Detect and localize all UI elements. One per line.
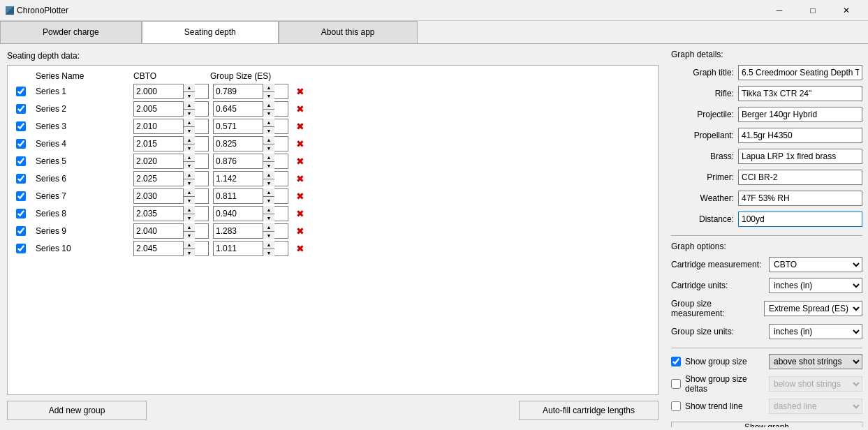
cbto-up-1[interactable]: ▲ bbox=[184, 101, 195, 109]
row-check-input-8[interactable] bbox=[16, 226, 26, 236]
group-input-3[interactable] bbox=[214, 137, 263, 151]
group-up-4[interactable]: ▲ bbox=[263, 154, 274, 161]
group-down-6[interactable]: ▼ bbox=[263, 196, 274, 204]
weather-input[interactable] bbox=[738, 191, 862, 206]
cbto-up-6[interactable]: ▲ bbox=[184, 188, 195, 196]
cartridge-units-select[interactable]: inches (in) bbox=[769, 278, 862, 293]
cbto-down-5[interactable]: ▼ bbox=[184, 179, 195, 186]
cbto-input-7[interactable] bbox=[134, 207, 183, 221]
cbto-down-9[interactable]: ▼ bbox=[184, 249, 195, 256]
cbto-input-0[interactable] bbox=[134, 84, 183, 98]
cbto-up-7[interactable]: ▲ bbox=[184, 206, 195, 214]
cbto-input-5[interactable] bbox=[134, 172, 183, 186]
delete-row-button-9[interactable]: ✖ bbox=[293, 241, 308, 256]
group-input-5[interactable] bbox=[214, 172, 263, 186]
tab-seating[interactable]: Seating depth bbox=[142, 21, 279, 43]
cbto-up-3[interactable]: ▲ bbox=[184, 136, 195, 144]
row-check-input-7[interactable] bbox=[16, 209, 26, 218]
row-check-input-2[interactable] bbox=[16, 121, 26, 131]
group-down-7[interactable]: ▼ bbox=[263, 214, 274, 221]
group-up-3[interactable]: ▲ bbox=[263, 136, 274, 144]
cbto-input-8[interactable] bbox=[134, 224, 183, 238]
row-check-input-3[interactable] bbox=[16, 139, 26, 149]
row-check-input-5[interactable] bbox=[16, 174, 26, 184]
group-meas-select[interactable]: Extreme Spread (ES) bbox=[764, 301, 862, 316]
minimize-button[interactable]: ─ bbox=[763, 0, 795, 21]
show-group-size-checkbox[interactable] bbox=[671, 357, 681, 366]
cbto-up-8[interactable]: ▲ bbox=[184, 223, 195, 231]
cbto-up-4[interactable]: ▲ bbox=[184, 154, 195, 161]
group-input-1[interactable] bbox=[214, 102, 263, 116]
cbto-input-9[interactable] bbox=[134, 242, 183, 255]
row-check-input-6[interactable] bbox=[16, 191, 26, 201]
group-up-1[interactable]: ▲ bbox=[263, 101, 274, 109]
propellant-input[interactable] bbox=[738, 128, 862, 143]
show-trend-select[interactable]: dashed line solid line bbox=[769, 399, 862, 414]
show-group-deltas-checkbox[interactable] bbox=[671, 379, 681, 389]
show-group-deltas-select[interactable]: below shot strings above shot strings bbox=[769, 376, 862, 392]
cbto-down-8[interactable]: ▼ bbox=[184, 231, 195, 239]
show-graph-button[interactable]: Show graph bbox=[671, 422, 862, 427]
group-units-select[interactable]: inches (in) bbox=[769, 324, 862, 339]
group-up-8[interactable]: ▲ bbox=[263, 223, 274, 231]
group-down-0[interactable]: ▼ bbox=[263, 91, 274, 99]
graph-title-input[interactable] bbox=[738, 65, 862, 80]
delete-row-button-1[interactable]: ✖ bbox=[293, 101, 308, 117]
show-trend-checkbox[interactable] bbox=[671, 401, 681, 411]
group-input-0[interactable] bbox=[214, 84, 263, 98]
cbto-input-6[interactable] bbox=[134, 189, 183, 203]
cbto-up-9[interactable]: ▲ bbox=[184, 241, 195, 249]
group-up-7[interactable]: ▲ bbox=[263, 206, 274, 214]
cbto-down-7[interactable]: ▼ bbox=[184, 214, 195, 221]
cbto-input-1[interactable] bbox=[134, 102, 183, 116]
cbto-up-2[interactable]: ▲ bbox=[184, 119, 195, 126]
row-check-input-1[interactable] bbox=[16, 104, 26, 114]
group-up-5[interactable]: ▲ bbox=[263, 171, 274, 179]
row-check-input-9[interactable] bbox=[16, 244, 26, 253]
delete-row-button-7[interactable]: ✖ bbox=[293, 206, 308, 221]
maximize-button[interactable]: □ bbox=[797, 0, 829, 21]
delete-row-button-4[interactable]: ✖ bbox=[293, 154, 308, 169]
projectile-input[interactable] bbox=[738, 107, 862, 122]
cbto-up-0[interactable]: ▲ bbox=[184, 84, 195, 91]
group-down-5[interactable]: ▼ bbox=[263, 179, 274, 186]
group-down-1[interactable]: ▼ bbox=[263, 109, 274, 117]
cbto-up-5[interactable]: ▲ bbox=[184, 171, 195, 179]
cbto-down-1[interactable]: ▼ bbox=[184, 109, 195, 117]
close-button[interactable]: ✕ bbox=[830, 0, 862, 21]
tab-about[interactable]: About this app bbox=[279, 21, 418, 43]
group-input-4[interactable] bbox=[214, 154, 263, 168]
cbto-down-3[interactable]: ▼ bbox=[184, 144, 195, 151]
group-down-3[interactable]: ▼ bbox=[263, 144, 274, 151]
row-check-input-4[interactable] bbox=[16, 156, 26, 166]
group-up-0[interactable]: ▲ bbox=[263, 84, 274, 91]
distance-input[interactable] bbox=[738, 212, 862, 227]
cbto-input-2[interactable] bbox=[134, 119, 183, 133]
add-group-button[interactable]: Add new group bbox=[7, 401, 147, 420]
delete-row-button-8[interactable]: ✖ bbox=[293, 223, 308, 239]
delete-row-button-6[interactable]: ✖ bbox=[293, 188, 308, 204]
group-up-6[interactable]: ▲ bbox=[263, 188, 274, 196]
group-down-2[interactable]: ▼ bbox=[263, 126, 274, 134]
cbto-down-6[interactable]: ▼ bbox=[184, 196, 195, 204]
cartridge-meas-select[interactable]: CBTO bbox=[769, 257, 862, 272]
delete-row-button-0[interactable]: ✖ bbox=[293, 84, 308, 99]
group-down-4[interactable]: ▼ bbox=[263, 161, 274, 169]
group-input-6[interactable] bbox=[214, 189, 263, 203]
primer-input[interactable] bbox=[738, 170, 862, 185]
group-up-9[interactable]: ▲ bbox=[263, 241, 274, 249]
rifle-input[interactable] bbox=[738, 86, 862, 101]
cbto-down-4[interactable]: ▼ bbox=[184, 161, 195, 169]
show-group-size-select[interactable]: above shot strings below shot strings bbox=[769, 354, 862, 369]
group-down-8[interactable]: ▼ bbox=[263, 231, 274, 239]
delete-row-button-3[interactable]: ✖ bbox=[293, 136, 308, 151]
delete-row-button-5[interactable]: ✖ bbox=[293, 171, 308, 186]
group-input-8[interactable] bbox=[214, 224, 263, 238]
group-input-9[interactable] bbox=[214, 242, 263, 255]
group-input-2[interactable] bbox=[214, 119, 263, 133]
group-input-7[interactable] bbox=[214, 207, 263, 221]
row-check-input-0[interactable] bbox=[16, 87, 26, 96]
cbto-input-4[interactable] bbox=[134, 154, 183, 168]
cbto-down-2[interactable]: ▼ bbox=[184, 126, 195, 134]
tab-powder[interactable]: Powder charge bbox=[0, 21, 142, 43]
